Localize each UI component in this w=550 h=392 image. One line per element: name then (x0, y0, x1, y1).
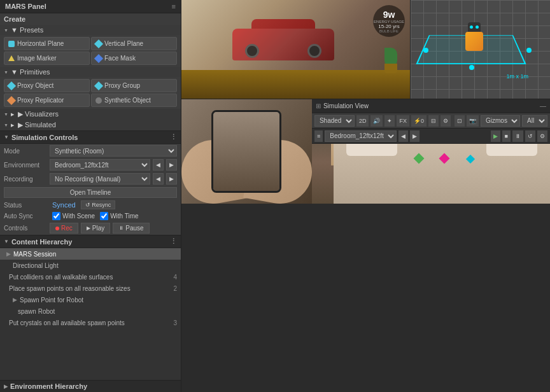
synthetic-object-button[interactable]: Synthetic Object (91, 94, 177, 107)
robot-eye-left (470, 25, 473, 29)
2d-button[interactable]: 2D (356, 115, 369, 127)
simulated-subsection[interactable]: ▶ ▶ Simulated (0, 120, 181, 130)
panel-header: MARS Panel ≡ (0, 0, 181, 13)
item-count: 4 (173, 274, 177, 281)
mode-select[interactable]: Synthetic (Room) (50, 145, 177, 157)
platform-dot-br (469, 65, 474, 70)
panel-menu-icon[interactable]: ≡ (172, 3, 176, 10)
sim-3d-viewport[interactable] (312, 144, 550, 204)
face-mask-button[interactable]: Face Mask (91, 52, 177, 65)
status-label: Status (4, 202, 47, 209)
content-hierarchy-panel: ▼ Content Hierarchy ⋮ ▶ MARS Session Dir… (0, 235, 181, 380)
robot-viewport[interactable]: 1m x 1m (410, 0, 550, 99)
platform-size-label: 1m x 1m (506, 73, 528, 80)
robot-platform: 1m x 1m (423, 19, 532, 83)
primitives-label: ▼ Primitives (11, 68, 50, 76)
auto-sync-row: Auto Sync With Scene With Time (0, 211, 181, 221)
create-section-header: Create (0, 13, 181, 25)
recording-row: Recording No Recording (Manual) ◀ ▶ (0, 172, 181, 186)
horizontal-plane-button[interactable]: Horizontal Plane (4, 37, 90, 50)
list-item[interactable]: ▶ Spawn Point for Robot (0, 294, 181, 305)
rec-prev-button[interactable]: ◀ (153, 173, 164, 185)
primitives-subsection[interactable]: ▼ Primitives (0, 67, 181, 77)
pause-button[interactable]: Pause (113, 223, 149, 234)
recording-select[interactable]: No Recording (Manual) (50, 173, 150, 185)
list-item[interactable]: Directional Light (0, 260, 181, 271)
env-prev-button[interactable]: ◀ (153, 159, 164, 171)
rec-button[interactable]: Rec (50, 223, 78, 234)
loop-sim-button[interactable]: ↺ (525, 130, 535, 142)
robot-eye-right (476, 25, 479, 29)
proxy-group-button[interactable]: Proxy Group (91, 79, 177, 92)
with-time-checkbox[interactable] (100, 212, 108, 220)
gizmos-select[interactable]: Gizmos (481, 115, 520, 127)
presets-grid: Horizontal Plane Vertical Plane Image Ma… (0, 35, 181, 67)
visualizers-subsection[interactable]: ▶ ▶ Visualizers (0, 109, 181, 120)
sim-settings-button[interactable]: ⚙ (537, 130, 547, 142)
shaded-select[interactable]: Shaded (314, 115, 355, 127)
play-button[interactable]: Play (81, 223, 110, 234)
play-sim-button[interactable]: ▶ (491, 130, 500, 142)
presets-label: ▼ Presets (11, 26, 43, 34)
list-item[interactable]: Place spawn points on all reasonable siz… (0, 283, 181, 294)
ar-background: 9w ENERGY USAGE 15-20 yrs BULB LIFE (181, 0, 410, 99)
bedroom-select[interactable]: Bedroom_12ftx12ft (325, 130, 397, 142)
environment-row: Environment Bedroom_12ftx12ft ◀ ▶ (0, 158, 181, 172)
settings2-button[interactable]: ⚙ (441, 115, 451, 127)
proxy-replicator-button[interactable]: Proxy Replicator (4, 94, 90, 107)
with-scene-checkbox[interactable] (52, 212, 60, 220)
env-next-button[interactable]: ▶ (166, 159, 177, 171)
auto-sync-label: Auto Sync (4, 213, 47, 220)
diamond-icon (94, 39, 103, 48)
rec-next-button[interactable]: ▶ (166, 173, 177, 185)
car-wheel-left (245, 44, 259, 58)
maximize-button[interactable]: ⊡ (455, 115, 465, 127)
stop-sim-button[interactable]: ■ (502, 130, 511, 142)
all-select[interactable]: All (522, 115, 547, 127)
table-surface (181, 70, 410, 99)
phone-scene (181, 99, 312, 204)
expand-icon: ▶ (13, 297, 17, 303)
speed-button[interactable]: ⚡0 (411, 115, 427, 127)
platform-dot-l (423, 48, 428, 53)
resync-button[interactable]: ↺ Resync (81, 200, 116, 209)
env-hierarchy-section[interactable]: ▶ Environment Hierarchy (0, 380, 181, 392)
presets-subsection[interactable]: ▼ Presets (0, 25, 181, 35)
list-item[interactable]: Put crystals on all available spawn poin… (0, 317, 181, 328)
sim-title-bar: ⊞ Simulation View — (312, 99, 550, 113)
hierarchy-header: ▼ Content Hierarchy ⋮ (0, 235, 181, 248)
vertical-plane-button[interactable]: Vertical Plane (91, 37, 177, 50)
fx-button[interactable]: FX (397, 115, 409, 127)
camera-button[interactable]: 📷 (467, 115, 479, 127)
sim-controls-title: Simulation Controls (11, 134, 78, 141)
pillow-left (346, 144, 397, 156)
open-timeline-button[interactable]: Open Timeline (4, 187, 177, 198)
visualizers-label: ▶ Visualizers (18, 110, 59, 118)
with-time-checkbox-label[interactable]: With Time (100, 212, 138, 220)
hierarchy-menu[interactable]: ⋮ (170, 237, 177, 246)
phone-viewport[interactable] (181, 99, 312, 204)
pause-sim-button[interactable]: ⏸ (512, 130, 523, 142)
robot-head (468, 22, 481, 32)
panel-title: MARS Panel (5, 3, 46, 10)
ar-viewport[interactable]: 9w ENERGY USAGE 15-20 yrs BULB LIFE (181, 0, 410, 99)
with-scene-checkbox-label[interactable]: With Scene (52, 212, 95, 220)
list-item[interactable]: ▶ MARS Session (0, 248, 181, 260)
sim-controls-menu[interactable]: ⋮ (170, 133, 177, 141)
bedroom-menu-button[interactable]: ≡ (314, 130, 323, 142)
sim-title-menu[interactable]: — (540, 102, 546, 109)
list-item[interactable]: Put colliders on all walkable surfaces 4 (0, 271, 181, 283)
effect-button[interactable]: ✦ (384, 115, 395, 127)
marker-icon (8, 55, 15, 61)
list-item[interactable]: spawn Robot (0, 305, 181, 317)
image-marker-button[interactable]: Image Marker (4, 52, 90, 65)
bedroom-prev-button[interactable]: ◀ (398, 130, 408, 142)
env-select[interactable]: Bedroom_12ftx12ft (50, 159, 150, 171)
audio-button[interactable]: 🔊 (370, 115, 383, 127)
sim-toolbar-2: ≡ Bedroom_12ftx12ft ◀ ▶ ▶ ■ ⏸ ↺ ⚙ (312, 129, 550, 144)
proxy-object-button[interactable]: Proxy Object (4, 79, 90, 92)
robot-grid-bg: 1m x 1m (411, 0, 550, 99)
viewport-top-row: 9w ENERGY USAGE 15-20 yrs BULB LIFE (181, 0, 550, 99)
grid-button[interactable]: ⊟ (428, 115, 439, 127)
bedroom-next-button[interactable]: ▶ (410, 130, 420, 142)
